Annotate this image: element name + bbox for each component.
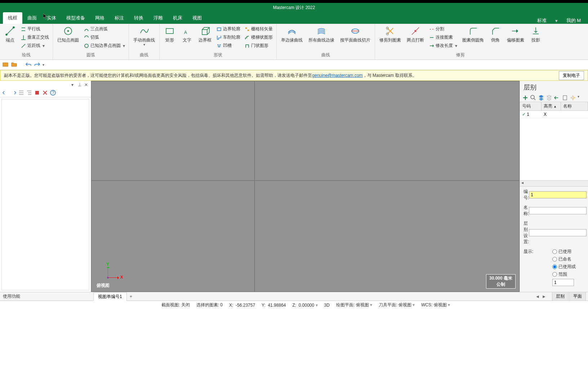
status-mode[interactable]: 3D [324,303,330,308]
tab-machine[interactable]: 机床 [168,12,187,24]
nav-next-icon[interactable]: ► [542,294,547,299]
tool-help-icon[interactable]: ? [50,89,56,96]
btn-fillet[interactable]: 图素倒圆角 [460,25,486,43]
btn-edge-circle[interactable]: 已知边界点画圆▾ [83,42,126,49]
warning-email-link[interactable]: genuine@mastercam.com [312,73,362,78]
qat-folder-icon[interactable] [11,61,17,69]
viewport[interactable]: Y X 俯视图 30.000 毫米 公制 [91,81,520,292]
left-panel: ▾ ⊥ ✕ ? [0,81,91,292]
warning-copy-button[interactable]: 复制电子 [559,71,584,80]
radio-range[interactable]: 范围 [552,271,576,277]
btn-boundary[interactable]: 边界轮廓 [215,25,242,33]
btn-lathe-profile[interactable]: 车削轮廓 [215,34,242,41]
layer-add-icon[interactable] [522,95,529,101]
svg-text:A: A [184,30,187,35]
tool-undo-icon[interactable] [2,89,9,96]
tab-transform[interactable]: 转换 [129,12,148,24]
qat-dropdown-icon[interactable]: ▾ [43,63,44,67]
col-number[interactable]: 号码 [520,102,542,110]
add-view-tab[interactable]: + [127,294,135,299]
tab-wireframe[interactable]: 线框 [3,12,22,24]
btn-divide[interactable]: 分割 [428,25,459,33]
btn-project[interactable]: 投影 [528,25,544,43]
tab-modelprep[interactable]: 模型准备 [61,12,90,24]
status-z[interactable]: Z: 0.00000 ▾ [293,303,318,308]
field-number-input[interactable] [529,191,587,198]
tab-relief[interactable]: 浮雕 [148,12,168,24]
btn-3pt-arc[interactable]: 三点画弧 [83,25,126,33]
status-tool[interactable]: 刀具平面: 俯视图 ▾ [379,302,415,308]
btn-bbox[interactable]: 边界框 [196,25,214,43]
tab-surface[interactable]: 曲面 [22,12,42,24]
tab-mesh[interactable]: 网格 [90,12,110,24]
svg-line-7 [22,44,25,48]
tab-view[interactable]: 视图 [187,12,207,24]
btn-spline[interactable]: 手动画曲线 ▾ [131,25,157,47]
field-name-input[interactable] [529,207,587,214]
panel-pin-icon[interactable]: ⊥ [78,82,82,87]
rtab-planes[interactable]: 平面 [569,292,586,301]
field-range-input[interactable] [552,279,574,286]
tool-list-icon[interactable] [18,89,24,96]
layer-stack2-icon[interactable] [546,95,552,101]
btn-all-edges[interactable]: 所有曲线边缘 [306,25,337,43]
svg-point-41 [572,97,574,99]
btn-offset[interactable]: 偏移图素 [505,25,526,43]
btn-parallel[interactable]: 平行线 [19,25,50,33]
btn-stairs[interactable]: 楼梯状图形 [243,34,274,41]
btn-rectangle[interactable]: 矩形 [162,25,178,43]
radio-named[interactable]: 已命名 [552,256,576,262]
svg-point-10 [85,44,88,48]
btn-closest[interactable]: 近距线▾ [19,42,50,49]
btn-chamfer[interactable]: 倒角 [487,25,503,43]
status-wcs[interactable]: WCS: 俯视图 ▾ [421,302,450,308]
field-set-input[interactable] [529,229,587,236]
nav-prev-icon[interactable]: ◄ [535,294,540,299]
btn-text[interactable]: A 文字 [179,25,195,43]
tab-dim[interactable]: 标注 [110,12,129,24]
svg-rect-28 [3,63,8,66]
btn-trim[interactable]: 修剪到图素 [377,25,403,43]
btn-endpoint[interactable]: 端点 [2,25,18,43]
status-section[interactable]: 截面视图: 关闭 [161,302,190,308]
tool-cube-icon[interactable] [34,89,40,96]
menu-standard[interactable]: 标准 [533,17,551,24]
layer-sheet-icon[interactable] [562,95,568,101]
panel-dropdown-icon[interactable]: ▾ [71,82,76,87]
rtab-layers[interactable]: 层别 [552,292,569,301]
tool-redo-icon[interactable] [10,89,17,96]
layer-gear-icon[interactable] [570,95,576,101]
layer-revert-icon[interactable] [554,95,560,101]
layer-hscroll[interactable] [520,180,588,186]
tool-tree-icon[interactable] [26,89,32,96]
btn-raster2vec[interactable]: 栅格转矢量 [243,25,274,33]
tab-solid[interactable]: 实体 [42,12,61,24]
tool-delete-icon[interactable] [42,89,48,96]
view-tab-1[interactable]: 视图单编号1 [93,292,127,301]
qat-redo-icon[interactable] [34,61,40,69]
btn-modify-len[interactable]: 修改长度▾ [428,42,459,49]
btn-join[interactable]: 连接图素 [428,34,459,41]
qat-undo-icon[interactable] [25,61,32,69]
status-plane[interactable]: 绘图平面: 俯视图 ▾ [336,302,372,308]
menu-my[interactable]: 我的 M [562,17,585,24]
radio-used[interactable]: 已使用 [552,249,576,255]
bottom-tabs: 使用功能 视图单编号1 + ◄ ► 层别 平面 [0,292,588,301]
qat-open-icon[interactable] [2,61,9,69]
btn-groove[interactable]: 凹槽 [215,42,242,49]
btn-slice[interactable]: 按平面曲线切片 [338,25,373,43]
status-bar: 截面视图: 关闭 选择的图素: 0 X: -56.23757 Y: 41.988… [0,301,588,309]
layer-search-icon[interactable] [530,95,536,101]
col-name[interactable]: 名称 [561,102,588,110]
btn-tangent-arc[interactable]: 切弧 [83,34,126,41]
btn-single-edge[interactable]: 单边缘曲线 [279,25,305,43]
panel-close-icon[interactable]: ✕ [84,82,89,87]
btn-break2pt[interactable]: 两点打断 [405,25,426,43]
btn-perpendicular[interactable]: 垂直正交线 [19,34,50,41]
radio-used-or[interactable]: 已使用或 [552,264,576,270]
layer-row[interactable]: ✓ 1 X [520,111,588,118]
btn-door[interactable]: 门状图形 [243,42,274,49]
layer-stack-icon[interactable] [538,95,544,101]
col-highlight[interactable]: 高亮 ▲ [542,102,561,110]
btn-circle-point[interactable]: 已知点画圆 [55,25,81,43]
